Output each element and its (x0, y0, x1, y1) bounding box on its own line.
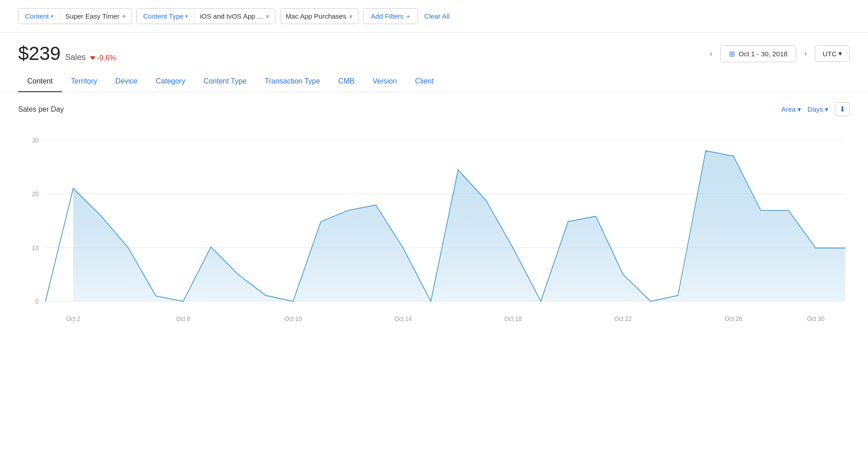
content-type-filter-close[interactable]: × (265, 13, 269, 20)
x-label-oct30: Oct 30 (807, 315, 824, 322)
timezone-label: UTC (823, 50, 837, 58)
mac-app-filter-value: Mac App Purchases × (280, 9, 359, 24)
download-icon: ⬇ (839, 105, 845, 113)
x-label-oct6: Oct 6 (176, 315, 190, 322)
change-value: -9.6% (97, 54, 116, 62)
summary-right: ‹ ⊞ Oct 1 - 30, 2018 › UTC ▾ (706, 45, 850, 62)
tab-category[interactable]: Category (147, 71, 195, 92)
content-chevron-icon: ▾ (51, 14, 53, 19)
trend-down-icon (90, 56, 95, 60)
days-chevron-icon: ▾ (825, 105, 828, 114)
y-label-20: 20 (32, 191, 39, 198)
sales-label: Sales (65, 53, 85, 62)
area-view-button[interactable]: Area ▾ (781, 105, 801, 114)
content-type-filter-group: Content Type ▾ iOS and tvOS App ... × (136, 8, 275, 24)
summary-left: $239 Sales -9.6% (18, 43, 116, 64)
date-range-button[interactable]: ⊞ Oct 1 - 30, 2018 (720, 45, 796, 62)
sales-change: -9.6% (90, 54, 116, 62)
y-label-10: 10 (32, 244, 39, 252)
tab-content[interactable]: Content (18, 71, 62, 92)
calendar-icon: ⊞ (729, 49, 735, 58)
add-filters-plus-icon: + (406, 12, 410, 20)
timezone-button[interactable]: UTC ▾ (815, 45, 850, 62)
content-type-chevron-icon: ▾ (185, 14, 188, 19)
chart-title: Sales per Day (18, 105, 64, 114)
chart-area-fill (45, 151, 845, 301)
date-range-label: Oct 1 - 30, 2018 (738, 50, 788, 58)
content-filter-group: Content ▾ Super Easy Timer × (18, 8, 132, 24)
summary-row: $239 Sales -9.6% ‹ ⊞ Oct 1 - 30, 2018 › … (0, 33, 868, 69)
tab-territory[interactable]: Territory (62, 71, 106, 92)
date-next-button[interactable]: › (801, 48, 810, 59)
clear-all-button[interactable]: Clear All (423, 9, 452, 24)
tabs-row: Content Territory Device Category Conten… (0, 71, 868, 92)
timezone-chevron-icon: ▾ (838, 49, 842, 58)
content-filter-value: Super Easy Timer × (60, 9, 131, 24)
tab-transaction-type[interactable]: Transaction Type (256, 71, 329, 92)
x-label-oct2: Oct 2 (66, 315, 80, 322)
sales-amount: $239 (18, 43, 60, 64)
x-label-oct10: Oct 10 (284, 315, 302, 322)
y-label-0: 0 (35, 298, 39, 306)
content-filter-label: Content (25, 12, 49, 20)
filter-bar: Content ▾ Super Easy Timer × Content Typ… (0, 0, 868, 33)
x-label-oct22: Oct 22 (614, 315, 632, 322)
content-type-filter-btn[interactable]: Content Type ▾ (137, 9, 195, 24)
area-view-label: Area (781, 105, 796, 113)
area-chevron-icon: ▾ (798, 105, 801, 114)
x-label-oct18: Oct 18 (504, 315, 522, 322)
tab-cmb[interactable]: CMB (329, 71, 364, 92)
tab-device[interactable]: Device (106, 71, 147, 92)
x-label-oct26: Oct 26 (725, 315, 742, 322)
content-filter-close[interactable]: × (122, 13, 126, 20)
date-prev-button[interactable]: ‹ (706, 48, 716, 59)
chart-area: 30 20 10 0 Oct 2 Oct 6 Oct 10 Oct 14 Oct… (0, 116, 868, 380)
x-label-oct14: Oct 14 (394, 315, 412, 322)
mac-app-filter-group: Mac App Purchases × (280, 8, 359, 24)
y-label-30: 30 (32, 137, 39, 144)
add-filters-label: Add Filters (371, 12, 404, 20)
days-label: Days (808, 105, 823, 113)
mac-app-filter-close[interactable]: × (349, 13, 353, 20)
chart-svg: 30 20 10 0 Oct 2 Oct 6 Oct 10 Oct 14 Oct… (18, 125, 850, 380)
tab-client[interactable]: Client (406, 71, 443, 92)
chart-download-button[interactable]: ⬇ (835, 102, 850, 116)
tab-version[interactable]: Version (364, 71, 406, 92)
add-filters-button[interactable]: Add Filters + (363, 8, 418, 24)
chart-header: Sales per Day Area ▾ Days ▾ ⬇ (0, 92, 868, 116)
chart-controls: Area ▾ Days ▾ ⬇ (781, 102, 850, 116)
content-type-filter-value: iOS and tvOS App ... × (195, 9, 275, 24)
tab-content-type[interactable]: Content Type (195, 71, 256, 92)
days-granularity-button[interactable]: Days ▾ (808, 105, 828, 114)
content-filter-btn[interactable]: Content ▾ (19, 9, 60, 24)
content-type-filter-label: Content Type (143, 12, 184, 20)
